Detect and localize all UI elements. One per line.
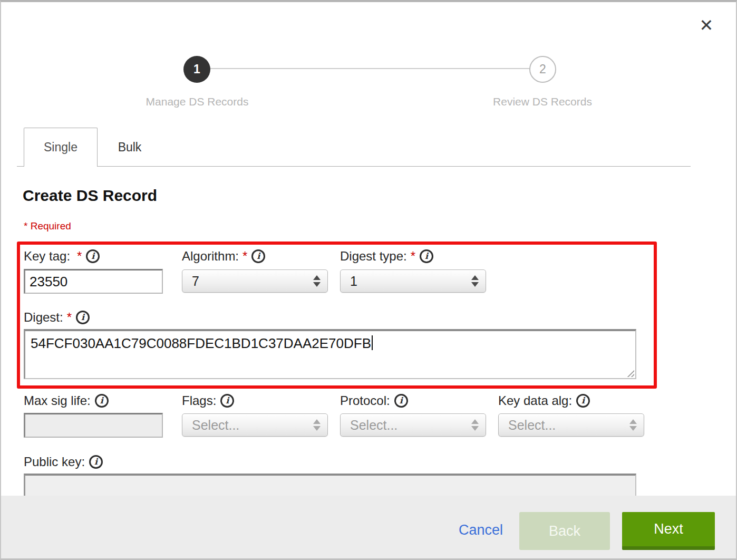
- protocol-select-value: Select...: [350, 418, 397, 433]
- key-tag-label-text: Key tag:: [24, 249, 70, 264]
- protocol-select[interactable]: Select...: [340, 413, 486, 437]
- text-cursor: [372, 335, 373, 350]
- select-spinner-icon: [313, 275, 321, 287]
- required-asterisk: *: [411, 249, 415, 264]
- info-icon[interactable]: i: [251, 249, 265, 263]
- page-title: Create DS Record: [23, 187, 157, 205]
- select-spinner-icon: [471, 275, 479, 287]
- algorithm-select[interactable]: 7: [182, 269, 328, 293]
- stepper-connector: [210, 68, 530, 69]
- algorithm-select-value: 7: [192, 274, 199, 289]
- step-2-circle: 2: [529, 56, 556, 83]
- protocol-label-text: Protocol:: [340, 393, 390, 408]
- resize-grip-icon[interactable]: [626, 369, 634, 377]
- key-data-alg-select[interactable]: Select...: [498, 413, 644, 437]
- digest-type-label: Digest type: * i: [340, 248, 433, 264]
- max-sig-life-input[interactable]: [24, 413, 163, 438]
- public-key-label: Public key: i: [24, 454, 103, 470]
- max-sig-life-label-text: Max sig life:: [24, 393, 91, 408]
- digest-label: Digest: * i: [24, 310, 90, 325]
- algorithm-label: Algorithm: * i: [182, 248, 265, 264]
- required-asterisk: *: [77, 249, 82, 264]
- digest-textarea[interactable]: 54FCF030AA1C79C0088FDEC1BD1C37DAA2E70DFB: [24, 329, 636, 379]
- select-spinner-icon: [313, 419, 321, 431]
- cancel-button[interactable]: Cancel: [459, 522, 503, 538]
- tab-single[interactable]: Single: [24, 128, 98, 167]
- back-button[interactable]: Back: [519, 512, 610, 550]
- info-icon[interactable]: i: [76, 311, 90, 324]
- dialog-footer: Cancel Back Next: [1, 496, 736, 558]
- tab-bulk[interactable]: Bulk: [98, 128, 161, 167]
- required-asterisk: *: [243, 249, 247, 264]
- digest-label-text: Digest:: [24, 310, 63, 325]
- key-data-alg-select-value: Select...: [508, 418, 556, 433]
- digest-value: 54FCF030AA1C79C0088FDEC1BD1C37DAA2E70DFB: [31, 335, 371, 351]
- info-icon[interactable]: i: [220, 394, 234, 408]
- info-icon[interactable]: i: [576, 394, 590, 408]
- info-icon[interactable]: i: [394, 394, 408, 408]
- max-sig-life-label: Max sig life: i: [24, 393, 109, 409]
- flags-label-text: Flags:: [182, 393, 216, 408]
- digest-type-label-text: Digest type:: [340, 249, 407, 264]
- next-button[interactable]: Next: [622, 512, 715, 550]
- key-tag-label: Key tag: * i: [24, 248, 100, 264]
- step-1-circle: 1: [183, 56, 210, 83]
- step-2-label: Review DS Records: [437, 95, 648, 108]
- algorithm-label-text: Algorithm:: [182, 249, 239, 264]
- protocol-label: Protocol: i: [340, 393, 408, 409]
- info-icon[interactable]: i: [86, 249, 100, 263]
- create-ds-record-dialog: ✕ 1 2 Manage DS Records Review DS Record…: [0, 0, 737, 560]
- digest-type-select[interactable]: 1: [340, 269, 486, 293]
- public-key-textarea[interactable]: [24, 474, 636, 498]
- info-icon[interactable]: i: [89, 455, 103, 469]
- flags-label: Flags: i: [182, 393, 234, 409]
- close-icon[interactable]: ✕: [696, 15, 717, 36]
- key-data-alg-label: Key data alg: i: [498, 393, 590, 409]
- step-1-label: Manage DS Records: [92, 95, 303, 108]
- key-data-alg-label-text: Key data alg:: [498, 393, 572, 408]
- public-key-label-text: Public key:: [24, 455, 85, 469]
- select-spinner-icon: [471, 419, 479, 431]
- required-note: * Required: [24, 220, 71, 232]
- select-spinner-icon: [629, 419, 637, 431]
- digest-type-select-value: 1: [350, 274, 357, 289]
- flags-select-value: Select...: [192, 418, 239, 433]
- key-tag-input[interactable]: [24, 269, 163, 294]
- required-asterisk: *: [67, 310, 72, 325]
- flags-select[interactable]: Select...: [182, 413, 328, 437]
- info-icon[interactable]: i: [420, 249, 433, 263]
- info-icon[interactable]: i: [95, 394, 109, 408]
